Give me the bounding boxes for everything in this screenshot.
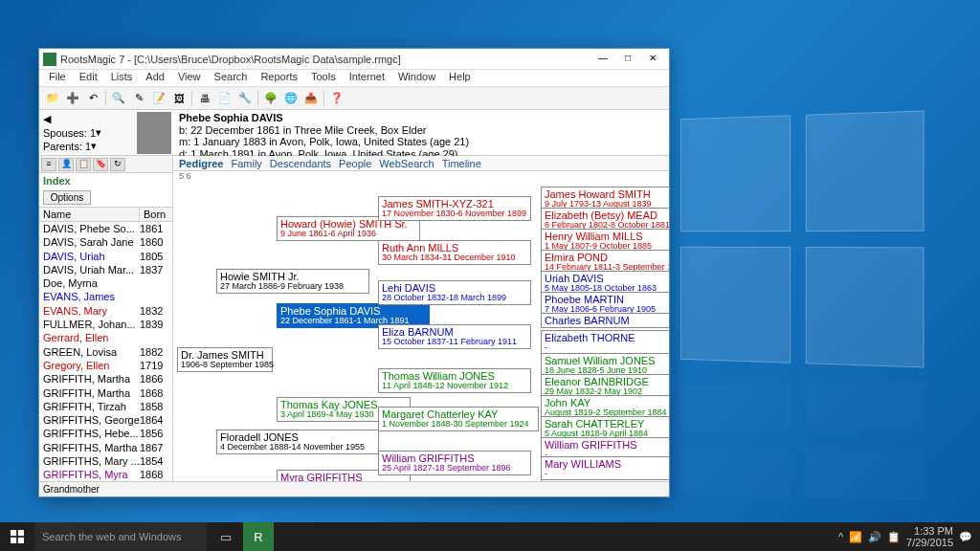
tb-open-icon[interactable]: 📁	[43, 89, 62, 108]
taskbar: Search the web and Windows ▭ R ^ 📶 🔊 📋 1…	[0, 522, 980, 551]
index-row[interactable]: DAVIS, Uriah Mar...1837	[39, 263, 172, 276]
menu-add[interactable]: Add	[140, 70, 170, 86]
tb-edit-icon[interactable]: ✎	[129, 89, 148, 108]
index-row[interactable]: Gregory, Ellen1719	[39, 359, 172, 372]
status-bar: Grandmother	[39, 481, 669, 496]
index-row[interactable]: GRIFFITHS, Martha1867	[39, 441, 172, 454]
sidebar: ≡ 👤 📋 🔖 ↻ Index Options Name Born DAVIS,…	[39, 156, 173, 481]
index-row[interactable]: DAVIS, Uriah1805	[39, 250, 172, 263]
menu-edit[interactable]: Edit	[74, 70, 103, 86]
notifications-icon[interactable]: 💬	[959, 531, 972, 543]
sidetab-3[interactable]: 📋	[76, 158, 91, 171]
pedigree-box[interactable]: William GRIFFITHS25 April 1827-18 Septem…	[378, 451, 531, 475]
tray-input-icon[interactable]: 📋	[887, 531, 901, 543]
index-row[interactable]: EVANS, James	[39, 290, 172, 303]
sidetab-1[interactable]: ≡	[41, 158, 56, 171]
pedigree-box[interactable]: Howie SMITH Jr.27 March 1886-9 February …	[216, 269, 369, 294]
index-row[interactable]: GRIFFITH, Tirzah1858	[39, 400, 172, 413]
tb-media-icon[interactable]: 🖼	[169, 89, 189, 108]
pedigree-box[interactable]: Floradell JONES4 December 1888-14 Novemb…	[216, 430, 379, 454]
svg-rect-2	[11, 538, 16, 543]
pedigree-box[interactable]: James EVANS-	[541, 479, 669, 481]
pedigree-box[interactable]: Eliza BARNUM15 October 1837-11 February …	[378, 324, 531, 349]
pedigree-box[interactable]: Margaret Chatterley KAY1 November 1848-3…	[378, 407, 539, 431]
taskbar-app-icon[interactable]: R	[243, 522, 274, 551]
tb-back-icon[interactable]: ↶	[83, 89, 102, 108]
generations-slider[interactable]: 5 6	[173, 171, 669, 185]
index-row[interactable]: DAVIS, Sarah Jane1860	[39, 235, 172, 249]
menu-tools[interactable]: Tools	[305, 70, 342, 86]
index-row[interactable]: GRIFFITH, Martha1866	[39, 372, 172, 386]
parents-dropdown[interactable]: Parents: 1 ▾	[43, 140, 131, 152]
index-row[interactable]: GRIFFITHS, Myra1868	[39, 468, 172, 481]
index-row[interactable]: GRIFFITHS, Mary ...1854	[39, 454, 172, 468]
tb-publish-icon[interactable]: 📄	[215, 89, 234, 108]
tab-descendants[interactable]: Descendants	[270, 156, 331, 170]
bookmark-icon[interactable]: ◀	[43, 113, 51, 125]
spouses-dropdown[interactable]: Spouses: 1 ▾	[43, 126, 131, 139]
index-row[interactable]: GRIFFITHS, George1864	[39, 413, 172, 427]
pedigree-box[interactable]: Elizabeth THORNE-	[541, 330, 669, 355]
tab-timeline[interactable]: Timeline	[442, 156, 481, 170]
index-row[interactable]: GREEN, Lovisa1882	[39, 345, 172, 359]
tb-print-icon[interactable]: 🖶	[195, 89, 214, 108]
menu-internet[interactable]: Internet	[344, 70, 390, 86]
person-birth: b: 22 December 1861 in Three Mile Creek,…	[179, 124, 663, 137]
pedigree-box[interactable]: Charles BARNUM	[541, 313, 669, 328]
maximize-button[interactable]: □	[615, 51, 640, 68]
col-born[interactable]: Born	[140, 208, 172, 221]
svg-rect-0	[11, 530, 16, 536]
tray-volume-icon[interactable]: 🔊	[868, 531, 881, 543]
tb-web-icon[interactable]: 🌐	[281, 89, 301, 108]
tab-websearch[interactable]: WebSearch	[379, 156, 434, 170]
sidetab-2[interactable]: 👤	[58, 158, 74, 171]
index-row[interactable]: GRIFFITHS, Hebe...1856	[39, 427, 172, 440]
menu-window[interactable]: Window	[392, 70, 441, 86]
options-button[interactable]: Options	[43, 190, 91, 205]
index-list[interactable]: DAVIS, Phebe So...1861DAVIS, Sarah Jane1…	[39, 222, 172, 481]
close-button[interactable]: ✕	[640, 51, 665, 68]
menu-help[interactable]: Help	[443, 70, 477, 86]
tb-add-icon[interactable]: ➕	[63, 89, 82, 108]
index-row[interactable]: GRIFFITH, Martha1868	[39, 386, 172, 400]
tb-search-icon[interactable]: 🔍	[109, 89, 128, 108]
pedigree-box[interactable]: Dr. James SMITH1906-8 September 1985	[177, 347, 273, 372]
sidetab-4[interactable]: 🔖	[93, 158, 108, 171]
app-icon	[43, 53, 56, 66]
index-row[interactable]: Gerrard, Ellen	[39, 331, 172, 344]
tb-tree-icon[interactable]: 🌳	[261, 89, 280, 108]
sidetab-5[interactable]: ↻	[110, 158, 125, 171]
index-row[interactable]: FULLMER, Johan...1839	[39, 318, 172, 331]
tb-share-icon[interactable]: 📤	[301, 89, 321, 108]
menu-search[interactable]: Search	[209, 70, 254, 86]
tray-network-icon[interactable]: 📶	[849, 531, 862, 543]
pedigree-box[interactable]: Ruth Ann MILLS30 March 1834-31 December …	[378, 240, 531, 265]
person-photo[interactable]	[137, 112, 171, 154]
index-row[interactable]: EVANS, Mary1832	[39, 304, 172, 318]
tab-people[interactable]: People	[339, 156, 371, 170]
pedigree-view[interactable]: Dr. James SMITH1906-8 September 1985Howi…	[173, 185, 669, 481]
tb-help-icon[interactable]: ❓	[327, 89, 346, 108]
tb-note-icon[interactable]: 📝	[149, 89, 168, 108]
minimize-button[interactable]: —	[590, 51, 615, 68]
taskbar-clock[interactable]: 1:33 PM7/29/2015	[906, 525, 953, 548]
pedigree-box[interactable]: Mary WILLIAMS-	[541, 456, 669, 481]
tab-family[interactable]: Family	[231, 156, 261, 170]
menu-lists[interactable]: Lists	[105, 70, 139, 86]
col-name[interactable]: Name	[39, 208, 140, 221]
pedigree-box[interactable]: James SMITH-XYZ-32117 November 1830-6 No…	[378, 196, 531, 221]
menu-view[interactable]: View	[172, 70, 207, 86]
menu-reports[interactable]: Reports	[255, 70, 303, 86]
tray-up-icon[interactable]: ^	[838, 531, 843, 542]
pedigree-box[interactable]: Lehi DAVIS28 October 1832-18 March 1899	[378, 280, 531, 305]
start-button[interactable]	[0, 522, 34, 551]
index-row[interactable]: DAVIS, Phebe So...1861	[39, 222, 172, 235]
titlebar[interactable]: RootsMagic 7 - [C:\Users\Bruce\Dropbox\R…	[39, 49, 669, 70]
menu-file[interactable]: File	[43, 70, 72, 86]
taskbar-search[interactable]: Search the web and Windows	[34, 522, 207, 551]
index-row[interactable]: Doe, Myrna	[39, 276, 172, 290]
tb-tools-icon[interactable]: 🔧	[235, 89, 255, 108]
pedigree-box[interactable]: Thomas William JONES11 April 1848-12 Nov…	[378, 368, 531, 393]
task-view-icon[interactable]: ▭	[211, 522, 241, 551]
tab-pedigree[interactable]: Pedigree	[179, 156, 223, 170]
